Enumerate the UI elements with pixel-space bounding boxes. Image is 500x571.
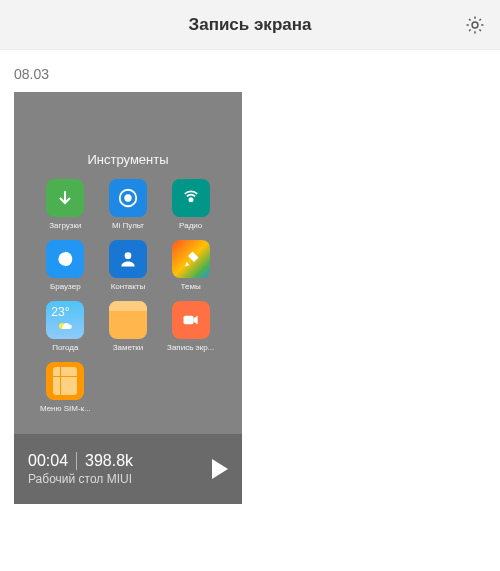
notes-icon [109, 301, 147, 339]
page-title: Запись экрана [189, 15, 312, 35]
app-themes: Темы [161, 240, 220, 291]
recording-duration: 00:04 [28, 452, 68, 470]
weather-icon: 23° [46, 301, 84, 339]
svg-point-0 [472, 22, 478, 28]
app-screen-recorder: Запись экр... [161, 301, 220, 352]
settings-button[interactable] [464, 14, 486, 36]
svg-point-3 [189, 198, 192, 201]
sim-icon [46, 362, 84, 400]
svg-point-2 [125, 195, 131, 201]
app-notes: Заметки [99, 301, 158, 352]
recording-size: 398.8k [85, 452, 133, 470]
globe-icon [46, 240, 84, 278]
app-contacts: Контакты [99, 240, 158, 291]
app-radio: Радио [161, 179, 220, 230]
person-icon [109, 240, 147, 278]
brush-icon [172, 240, 210, 278]
camera-icon [172, 301, 210, 339]
app-mi-remote: Mi Пульт [99, 179, 158, 230]
app-grid: Загрузки Mi Пульт Радио Браузер [14, 179, 242, 413]
meta-divider [76, 452, 77, 470]
play-button[interactable] [212, 459, 228, 479]
app-downloads: Загрузки [36, 179, 95, 230]
app-weather: 23° Погода [36, 301, 95, 352]
recording-card[interactable]: Инструменты Загрузки Mi Пульт Радио [14, 92, 242, 504]
remote-icon [109, 179, 147, 217]
recording-meta: 00:04 398.8k Рабочий стол MIUI [28, 452, 133, 486]
recording-subtitle: Рабочий стол MIUI [28, 472, 133, 486]
app-browser: Браузер [36, 240, 95, 291]
gear-icon [464, 14, 486, 36]
folder-title: Инструменты [14, 92, 242, 179]
svg-rect-8 [183, 316, 193, 324]
app-sim-menu: Меню SIM-к... [36, 362, 95, 413]
svg-point-6 [125, 252, 132, 259]
header-bar: Запись экрана [0, 0, 500, 50]
recording-footer: 00:04 398.8k Рабочий стол MIUI [14, 434, 242, 504]
date-label: 08.03 [0, 50, 500, 92]
download-icon [46, 179, 84, 217]
radio-icon [172, 179, 210, 217]
